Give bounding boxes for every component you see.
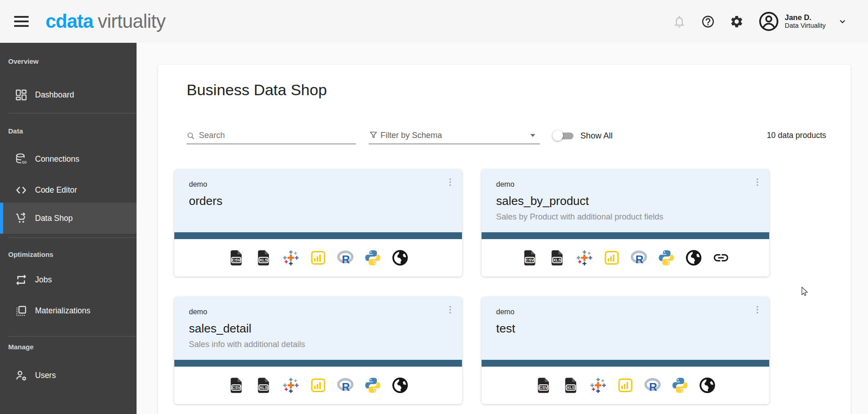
search-field[interactable] (187, 127, 356, 144)
brand-logo-secondary: virtuality (98, 10, 166, 32)
csv-export-icon[interactable] (228, 249, 245, 266)
search-icon (187, 132, 195, 140)
data-shop-cart-icon (15, 212, 28, 225)
r-export-icon[interactable] (630, 249, 648, 266)
chevron-down-icon[interactable] (838, 16, 848, 26)
tableau-export-icon[interactable] (589, 377, 607, 394)
sidebar-section-optimizations: Optimizations (0, 250, 137, 259)
card-accent-bar (482, 232, 769, 239)
page-title: Business Data Shop (187, 81, 826, 99)
card-description: Sales info with additional details (189, 340, 439, 349)
sidebar-item-materializations[interactable]: Materializations (0, 298, 137, 323)
csv-export-icon[interactable] (535, 377, 552, 394)
sidebar-item-dashboard[interactable]: Dashboard (0, 82, 137, 107)
xls-export-icon[interactable] (548, 249, 566, 266)
xls-export-icon[interactable] (255, 249, 272, 266)
sidebar-item-connections[interactable]: Connections (0, 146, 137, 172)
powerbi-export-icon[interactable] (603, 249, 620, 266)
web-export-icon[interactable] (699, 377, 716, 394)
sidebar-nav: Overview Dashboard Data Connections Code… (0, 43, 137, 414)
dropdown-caret-icon[interactable] (530, 134, 535, 137)
card-accent-bar (174, 232, 462, 239)
search-input[interactable] (187, 131, 356, 140)
powerbi-export-icon[interactable] (310, 377, 327, 394)
brand-logo-primary: cdata (46, 10, 93, 32)
user-menu[interactable]: Jane D. Data Virtuality (758, 11, 848, 32)
powerbi-export-icon[interactable] (310, 249, 327, 266)
kebab-menu-icon[interactable] (752, 304, 763, 315)
menu-icon[interactable] (14, 16, 29, 27)
card-export-row (174, 367, 462, 404)
csv-export-icon[interactable] (521, 249, 538, 266)
sidebar-item-users[interactable]: Users (0, 363, 137, 388)
card-title: sales_by_product (496, 194, 746, 208)
sidebar-section-data: Data (0, 127, 137, 135)
card-title: test (496, 322, 746, 336)
xls-export-icon[interactable] (562, 377, 579, 394)
sidebar-item-data-shop[interactable]: Data Shop (0, 203, 137, 234)
toggle-thumb[interactable] (553, 130, 563, 141)
card-schema: demo (189, 308, 439, 316)
tableau-export-icon[interactable] (282, 377, 299, 394)
python-export-icon[interactable] (364, 377, 381, 394)
card-header: demo sales_detail Sales info with additi… (174, 297, 462, 360)
data-products-grid: demo orders demo sales_b (174, 169, 769, 404)
show-all-toggle[interactable] (553, 130, 574, 141)
sidebar-item-label: Data Shop (35, 214, 73, 223)
r-export-icon[interactable] (337, 377, 354, 394)
r-export-icon[interactable] (644, 377, 661, 394)
xls-export-icon[interactable] (255, 377, 272, 394)
kebab-menu-icon[interactable] (445, 177, 456, 188)
link-export-icon[interactable] (712, 249, 730, 266)
show-all-label: Show All (580, 131, 613, 141)
python-export-icon[interactable] (364, 249, 381, 266)
data-product-card-test[interactable]: demo test (482, 297, 769, 404)
python-export-icon[interactable] (671, 377, 689, 394)
schema-filter-dropdown[interactable]: Filter by Schema (369, 127, 540, 144)
card-schema: demo (189, 180, 439, 189)
python-export-icon[interactable] (658, 249, 675, 266)
card-description: Sales by Product with additional product… (496, 212, 746, 222)
dashboard-icon (15, 88, 28, 102)
csv-export-icon[interactable] (228, 377, 245, 394)
card-schema: demo (496, 180, 746, 189)
card-export-row (174, 239, 462, 276)
tableau-export-icon[interactable] (282, 249, 299, 266)
notifications-bell-icon[interactable] (672, 15, 686, 29)
card-schema: demo (496, 308, 746, 316)
users-icon (15, 369, 28, 382)
help-icon[interactable] (701, 15, 715, 29)
sidebar-item-jobs[interactable]: Jobs (0, 267, 137, 292)
r-export-icon[interactable] (337, 249, 354, 266)
sidebar-divider (8, 113, 137, 113)
data-product-card-orders[interactable]: demo orders (174, 169, 462, 276)
sidebar-section-manage: Manage (0, 343, 137, 351)
sidebar-divider (8, 336, 137, 337)
data-product-card-sales-detail[interactable]: demo sales_detail Sales info with additi… (174, 297, 462, 404)
card-accent-bar (174, 360, 462, 367)
web-export-icon[interactable] (685, 249, 702, 266)
web-export-icon[interactable] (391, 249, 409, 266)
user-organization: Data Virtuality (785, 22, 826, 30)
data-product-card-sales-by-product[interactable]: demo sales_by_product Sales by Product w… (482, 169, 769, 276)
web-export-icon[interactable] (391, 377, 409, 394)
card-export-row (482, 239, 769, 276)
sidebar-section-overview: Overview (0, 57, 137, 66)
kebab-menu-icon[interactable] (445, 304, 456, 315)
sidebar-item-label: Materializations (35, 306, 91, 316)
card-accent-bar (482, 360, 769, 367)
avatar-icon (758, 11, 779, 32)
controls-bar: Filter by Schema Show All 10 data produc… (187, 126, 826, 144)
schema-filter-label: Filter by Schema (381, 131, 442, 140)
app-header: cdata virtuality Jane D. Data Virtuality (0, 0, 868, 43)
settings-gear-icon[interactable] (730, 15, 744, 29)
filter-icon (370, 131, 377, 139)
materializations-icon (15, 304, 28, 317)
sidebar-item-code-editor[interactable]: Code Editor (0, 177, 137, 203)
powerbi-export-icon[interactable] (617, 377, 634, 394)
sidebar-item-label: Jobs (35, 275, 52, 285)
kebab-menu-icon[interactable] (752, 177, 763, 188)
tableau-export-icon[interactable] (576, 249, 593, 266)
sidebar-divider (8, 237, 137, 238)
user-info: Jane D. Data Virtuality (785, 13, 826, 30)
